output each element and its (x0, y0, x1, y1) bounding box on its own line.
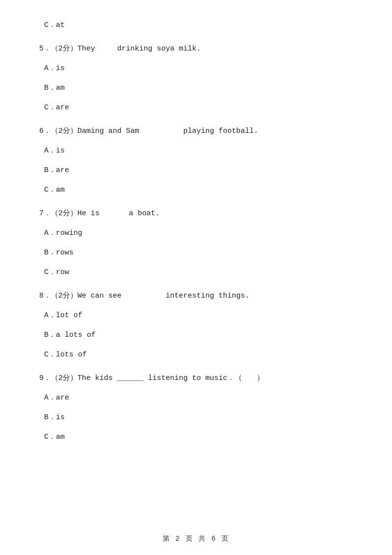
question-7: 7．（2分）He is a boat. (39, 208, 353, 220)
option-q9-c: C．am (39, 431, 353, 443)
option-q9-b: B．is (39, 412, 353, 424)
option-q6-c: C．am (39, 184, 353, 196)
page-footer: 第 2 页 共 6 页 (0, 534, 392, 543)
option-q8-a: A．lot of (39, 310, 353, 322)
page-content: C．at 5．（2分）They drinking soya milk. A．is… (0, 0, 392, 480)
option-q6-a: A．is (39, 145, 353, 157)
question-9: 9．（2分）The kids ______ listening to music… (39, 373, 353, 384)
question-5: 5．（2分）They drinking soya milk. (39, 43, 353, 55)
option-q5-c: C．are (39, 102, 353, 114)
option-q7-a: A．rowing (39, 227, 353, 239)
option-q6-b: B．are (39, 165, 353, 177)
option-q9-a: A．are (39, 392, 353, 404)
option-q8-c: C．lots of (39, 349, 353, 361)
option-c-at: C．at (39, 20, 353, 31)
option-q5-b: B．am (39, 82, 353, 94)
option-q7-c: C．row (39, 267, 353, 278)
option-q8-b: B．a lots of (39, 329, 353, 341)
question-6: 6．（2分）Daming and Sam playing football. (39, 126, 353, 137)
question-8: 8．（2分）We can see interesting things. (39, 290, 353, 302)
option-q7-b: B．rows (39, 247, 353, 259)
option-q5-a: A．is (39, 63, 353, 75)
